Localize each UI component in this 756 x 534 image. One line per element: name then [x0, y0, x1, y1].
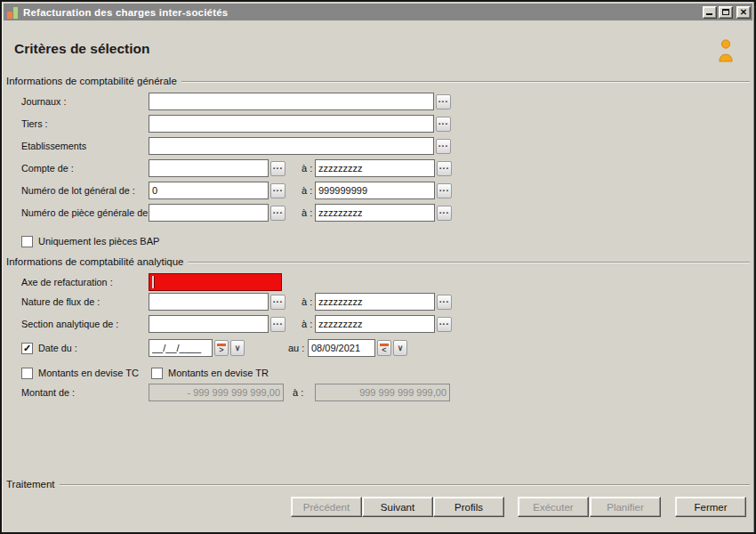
date-checkbox[interactable]: ✓: [21, 343, 33, 354]
check-icon: ✓: [23, 344, 31, 353]
ellipsis-icon: ...: [273, 164, 283, 169]
section-a-label: à :: [302, 319, 315, 329]
nature-a-label: à :: [302, 296, 315, 307]
ellipsis-icon: ...: [438, 97, 448, 102]
piece-de-input[interactable]: [149, 204, 269, 222]
lot-a-input[interactable]: [315, 182, 435, 199]
lot-a-browse-button[interactable]: ...: [437, 183, 452, 198]
suivant-button[interactable]: Suivant: [362, 497, 433, 517]
executer-button[interactable]: Exécuter: [518, 497, 589, 517]
etablissements-label: Etablissements: [21, 141, 149, 151]
legend-rule: [181, 81, 750, 83]
nature-de-input[interactable]: [149, 293, 269, 311]
analytique-groupbox-legend: Informations de comptabilité analytique: [6, 256, 750, 267]
tiers-input[interactable]: [149, 115, 434, 133]
minimize-button[interactable]: [703, 6, 717, 19]
etablissements-browse-button[interactable]: ...: [436, 139, 451, 154]
date-au-label: au :: [288, 343, 308, 353]
compte-row: Compte de : ... à : ...: [21, 159, 452, 177]
date-du-label: Date du :: [38, 343, 77, 353]
journaux-input[interactable]: [149, 93, 434, 110]
section-de-input[interactable]: [149, 315, 269, 333]
ellipsis-icon: ...: [439, 320, 449, 325]
ellipsis-icon: ...: [439, 186, 449, 191]
nature-a-browse-button[interactable]: ...: [437, 295, 452, 310]
etablissements-input[interactable]: [149, 137, 434, 155]
date-du-dropdown-button[interactable]: ∨: [230, 340, 245, 356]
nature-de-browse-button[interactable]: ...: [270, 295, 286, 310]
nature-a-input[interactable]: [315, 293, 435, 311]
profils-button[interactable]: Profils: [433, 497, 504, 517]
compte-de-input[interactable]: [149, 159, 269, 177]
date-au-dropdown-button[interactable]: ∨: [393, 340, 407, 356]
compte-a-input[interactable]: [315, 159, 435, 177]
planifier-button[interactable]: Planifier: [590, 497, 661, 517]
montant-a-input: [315, 384, 450, 401]
compte-a-browse-button[interactable]: ...: [437, 161, 452, 176]
lot-a-label: à :: [302, 185, 315, 196]
piece-a-label: à :: [302, 207, 315, 218]
nature-row: Nature de flux de : ... à : ...: [21, 293, 452, 311]
ellipsis-icon: ...: [439, 164, 449, 169]
legend-rule: [188, 262, 750, 263]
lot-de-browse-button[interactable]: ...: [270, 183, 286, 198]
lot-row: Numéro de lot général de : ... à : ...: [21, 182, 452, 199]
tiers-row: Tiers : ...: [21, 115, 451, 133]
minimize-icon: [706, 13, 712, 15]
close-button[interactable]: ✕: [736, 6, 751, 19]
tiers-browse-button[interactable]: ...: [436, 117, 451, 132]
bap-checkbox[interactable]: [21, 236, 33, 247]
axe-label: Axe de refacturation :: [21, 277, 149, 287]
piece-a-input[interactable]: [315, 204, 435, 222]
lot-de-input[interactable]: [149, 182, 269, 199]
journaux-row: Journaux : ...: [21, 93, 451, 110]
compte-a-label: à :: [302, 163, 315, 174]
date-au-input[interactable]: [308, 339, 375, 357]
section-de-browse-button[interactable]: ...: [270, 317, 286, 332]
devise-tc-checkbox[interactable]: [21, 368, 33, 379]
dialog-window: Refacturation des charges inter-sociétés…: [0, 0, 756, 534]
piece-row: Numéro de pièce générale de : ... à : ..…: [21, 204, 452, 222]
text-caret: [152, 276, 154, 288]
ellipsis-icon: ...: [273, 297, 283, 303]
user-icon: [716, 38, 736, 67]
section-a-browse-button[interactable]: ...: [437, 317, 452, 332]
montant-de-input: [149, 384, 284, 401]
montant-a-label: à :: [293, 387, 306, 398]
section-a-input[interactable]: [315, 315, 435, 333]
date-du-picker-button[interactable]: >: [214, 340, 229, 356]
precedent-button[interactable]: Précédent: [291, 497, 362, 517]
date-au-picker-button[interactable]: <: [377, 340, 391, 356]
chevron-down-icon: ∨: [235, 344, 241, 352]
piece-a-browse-button[interactable]: ...: [437, 206, 452, 221]
analytique-legend-text: Informations de comptabilité analytique: [6, 256, 183, 267]
section-de-label: Section analytique de :: [21, 319, 149, 329]
close-icon: ✕: [740, 8, 747, 17]
date-du-input[interactable]: [149, 339, 213, 357]
window-title: Refacturation des charges inter-sociétés: [23, 7, 228, 18]
fermer-button[interactable]: Fermer: [675, 497, 746, 517]
ellipsis-icon: ...: [273, 320, 283, 325]
traitement-groupbox-legend: Traitement: [6, 479, 750, 490]
bap-row: Uniquement les pièces BAP: [21, 232, 159, 250]
piece-de-label: Numéro de pièce générale de :: [21, 207, 149, 218]
date-row: ✓ Date du : > ∨ au : < ∨: [21, 339, 407, 357]
maximize-icon: [722, 9, 729, 15]
devise-tr-checkbox[interactable]: [151, 368, 163, 379]
ellipsis-icon: ...: [438, 119, 448, 125]
montant-row: Montant de : à :: [21, 384, 450, 401]
lot-de-label: Numéro de lot général de :: [21, 185, 149, 196]
maximize-button[interactable]: [719, 6, 733, 19]
devise-tr-label: Montants en devise TR: [168, 368, 269, 378]
app-bar-chart-icon: [6, 5, 20, 20]
journaux-browse-button[interactable]: ...: [436, 94, 451, 109]
ellipsis-icon: ...: [439, 297, 449, 303]
devise-tc-label: Montants en devise TC: [38, 368, 139, 378]
tiers-label: Tiers :: [21, 118, 149, 129]
devise-tc-group: Montants en devise TC: [21, 368, 151, 379]
axe-refacturation-input[interactable]: [149, 273, 282, 291]
compte-de-browse-button[interactable]: ...: [270, 161, 286, 176]
legend-rule: [60, 484, 750, 486]
piece-de-browse-button[interactable]: ...: [270, 206, 286, 221]
chevron-down-icon: ∨: [398, 344, 404, 352]
